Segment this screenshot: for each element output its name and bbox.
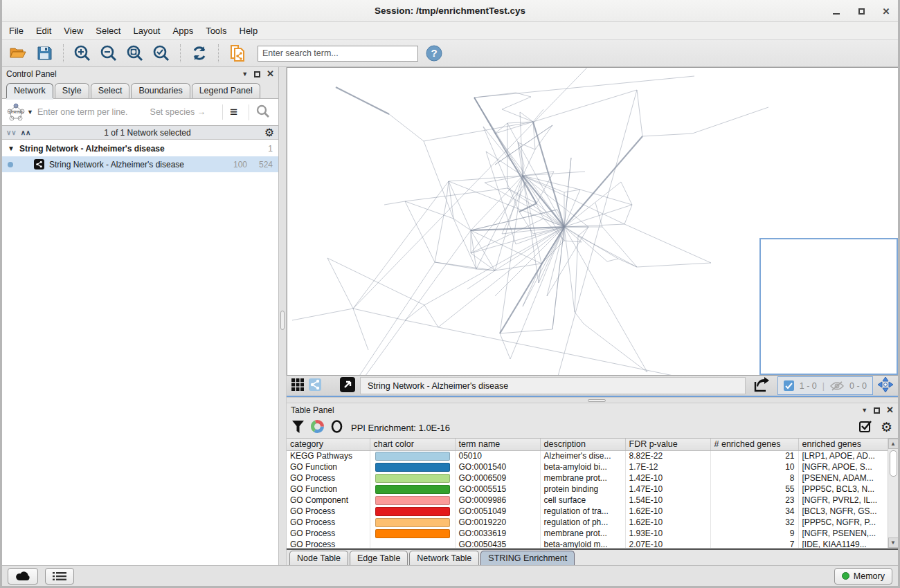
enrichment-grid[interactable]: categorychart colorterm namedescriptionF… (287, 439, 890, 549)
cell[interactable]: 2.07E-10 (625, 539, 710, 549)
cell[interactable]: 1.62E-10 (625, 517, 710, 528)
menu-apps[interactable]: Apps (173, 26, 194, 36)
scroll-thumb[interactable] (890, 450, 897, 477)
network-row[interactable]: String Network - Alzheimer's disease 100… (2, 156, 278, 172)
cloud-button[interactable] (8, 568, 38, 585)
table-scrollbar[interactable]: ▲ ▼ (888, 439, 898, 548)
tab-node-table[interactable]: Node Table (289, 551, 348, 565)
cell[interactable]: 21 (710, 450, 798, 461)
cell[interactable]: GO:0033619 (455, 528, 540, 539)
filter-icon[interactable] (292, 421, 304, 435)
cell[interactable]: 1.47E-10 (625, 484, 710, 495)
search-input[interactable] (258, 46, 418, 62)
collapse-triangle-icon[interactable]: ▼ (8, 145, 15, 152)
cell[interactable]: 9 (710, 528, 798, 539)
select-rows-icon[interactable] (859, 420, 872, 435)
cell[interactable]: [NGFR, APOE, S... (798, 461, 889, 472)
ring-chart-icon[interactable] (331, 420, 343, 435)
menu-layout[interactable]: Layout (133, 26, 160, 36)
string-options-icon[interactable]: ≡ (222, 104, 244, 120)
cell[interactable]: [PPP5C, NGFR, P... (798, 517, 889, 528)
cell[interactable]: 55 (710, 484, 798, 495)
cell[interactable]: membrane prot... (540, 472, 625, 484)
cell[interactable]: 1.42E-10 (625, 472, 710, 484)
enrichment-row[interactable]: GO FunctionGO:0001540beta-amyloid bi...1… (287, 461, 889, 472)
cell[interactable]: regulation of tra... (540, 506, 625, 517)
hsplitter-handle[interactable] (588, 399, 606, 402)
enrichment-row[interactable]: GO ProcessGO:0006509membrane prot...1.42… (287, 472, 889, 484)
network-canvas[interactable] (287, 67, 898, 376)
menu-file[interactable]: File (9, 26, 24, 36)
selected-checkbox-icon[interactable] (784, 380, 794, 391)
cell[interactable]: 1.62E-10 (625, 506, 710, 517)
refresh-icon[interactable] (189, 43, 210, 64)
cell[interactable]: 8.82E-22 (625, 450, 710, 461)
cell[interactable]: [NGFR, PSENEN,... (798, 528, 889, 539)
tab-network-table[interactable]: Network Table (409, 551, 479, 565)
cell[interactable]: GO Process (287, 472, 370, 484)
cell[interactable]: GO Process (287, 539, 370, 549)
export-network-icon[interactable] (753, 376, 771, 395)
cell[interactable]: 8 (710, 472, 798, 484)
menu-edit[interactable]: Edit (36, 26, 51, 36)
cell[interactable]: [BCL3, NGFR, GS... (798, 506, 889, 517)
enrichment-settings-gear-icon[interactable]: ⚙ (881, 423, 892, 432)
cell[interactable]: 1.93E-10 (625, 528, 710, 539)
cell[interactable]: 23 (710, 495, 798, 506)
string-species-hint[interactable]: Set species → (150, 107, 218, 117)
column-header[interactable]: term name (455, 439, 540, 450)
chart-color-cell[interactable] (370, 528, 455, 539)
scroll-up-icon[interactable]: ▲ (888, 439, 899, 449)
cell[interactable]: GO:0009986 (455, 495, 540, 506)
open-session-icon[interactable] (8, 43, 28, 64)
chart-color-cell[interactable] (370, 539, 455, 549)
cell[interactable]: GO:0019220 (455, 517, 540, 528)
vertical-splitter[interactable] (279, 67, 287, 565)
cell[interactable]: [IDE, KIAA1149... (798, 539, 889, 549)
column-header[interactable]: category (287, 439, 370, 450)
enrichment-row[interactable]: GO ProcessGO:0033619membrane prot...1.93… (287, 528, 889, 539)
birdseye-view[interactable] (759, 238, 898, 375)
cell[interactable]: [LRP1, APOE, AD... (798, 450, 889, 461)
zoom-selected-icon[interactable] (151, 43, 172, 64)
chart-color-cell[interactable] (370, 461, 455, 472)
zoom-out-icon[interactable] (98, 43, 119, 64)
column-header[interactable]: chart color (370, 439, 455, 450)
column-header[interactable]: enriched genes (798, 439, 889, 450)
help-icon[interactable]: ? (424, 43, 444, 64)
tab-legend-panel[interactable]: Legend Panel (192, 83, 260, 98)
cell[interactable]: GO Function (287, 461, 370, 472)
zoom-fit-icon[interactable] (125, 43, 145, 64)
cell[interactable]: Alzheimer's dise... (540, 450, 625, 461)
tab-boundaries[interactable]: Boundaries (131, 83, 190, 98)
menu-help[interactable]: Help (240, 26, 258, 36)
chart-color-cell[interactable] (370, 506, 455, 517)
cell[interactable]: GO:0001540 (455, 461, 540, 472)
cell[interactable]: 1.54E-10 (625, 495, 710, 506)
tab-edge-table[interactable]: Edge Table (350, 551, 408, 565)
cell[interactable]: GO:0050435 (455, 539, 540, 549)
tab-style[interactable]: Style (55, 83, 89, 98)
cell[interactable]: GO:0006509 (455, 472, 540, 484)
table-panel-float-icon[interactable] (874, 407, 880, 414)
menu-view[interactable]: View (64, 26, 83, 36)
cell[interactable]: [PPP5C, BCL3, N... (798, 484, 889, 495)
chart-color-cell[interactable] (370, 517, 455, 528)
clone-network-icon[interactable] (227, 43, 248, 64)
cell[interactable]: 10 (710, 461, 798, 472)
enrichment-row[interactable]: GO ProcessGO:0051049regulation of tra...… (287, 506, 889, 517)
maximize-button[interactable] (856, 6, 866, 16)
string-search-placeholder[interactable]: Enter one term per line. (37, 107, 128, 117)
cell[interactable]: GO Process (287, 506, 370, 517)
cell[interactable]: cell surface (540, 495, 625, 506)
collapse-all-icon[interactable]: ∨∨ (6, 129, 17, 136)
chart-color-cell[interactable] (370, 472, 455, 484)
cell[interactable]: GO:0005515 (455, 484, 540, 495)
cell[interactable]: GO Process (287, 528, 370, 539)
cell[interactable]: GO Function (287, 484, 370, 495)
table-header-row[interactable]: categorychart colorterm namedescriptionF… (287, 439, 889, 450)
menu-select[interactable]: Select (96, 26, 120, 36)
memory-button[interactable]: Memory (834, 568, 892, 585)
cell[interactable]: GO Process (287, 517, 370, 528)
minimize-button[interactable] (831, 6, 841, 16)
